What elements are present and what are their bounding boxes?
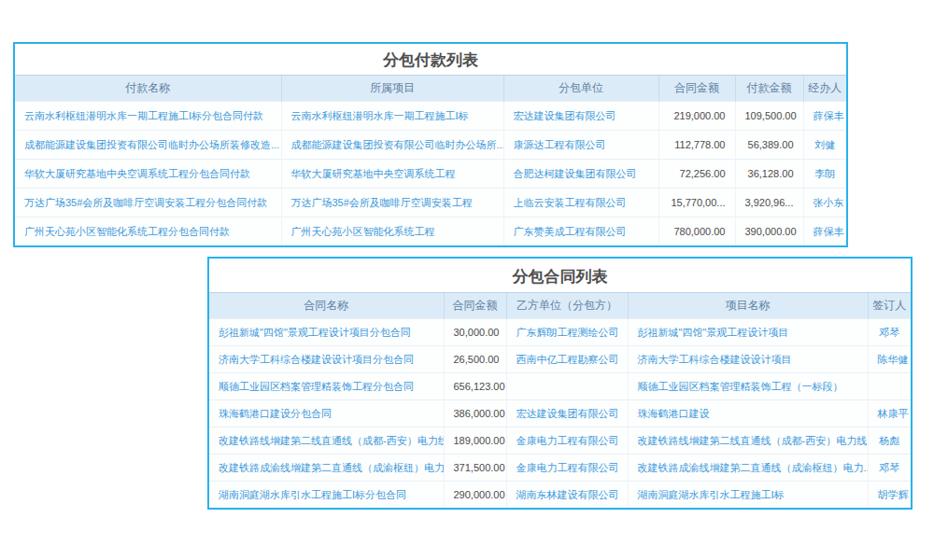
payment-amount-cell: 109,500.00 bbox=[735, 102, 803, 131]
contract-table-title: 分包合同列表 bbox=[209, 259, 911, 292]
handler-link[interactable]: 薛保丰 bbox=[803, 217, 846, 246]
handler-link[interactable]: 薛保丰 bbox=[803, 102, 846, 131]
payment-table: 付款名称 所属项目 分包单位 合同金额 付款金额 经办人 云南水利枢纽潜明水库一… bbox=[15, 75, 846, 245]
contract-amount-cell: 72,256.00 bbox=[658, 160, 735, 189]
payment-name-link[interactable]: 成都能源建设集团投资有限公司临时办公场所装修改造... bbox=[15, 131, 281, 160]
contract-table-row: 改建铁路成渝线增建第二直通线（成渝枢纽）电力... 371,500.00 金康电… bbox=[209, 455, 911, 482]
contract-amount-cell: 26,500.00 bbox=[444, 346, 506, 373]
contract-amount-cell: 219,000.00 bbox=[658, 102, 735, 131]
payment-name-link[interactable]: 广州天心苑小区智能化系统工程分包合同付款 bbox=[15, 217, 281, 246]
project-name-link[interactable]: 济南大学工科综合楼建设设计项目 bbox=[628, 346, 868, 373]
column-header-contract-amount: 合同金额 bbox=[658, 76, 735, 102]
party-b-link[interactable] bbox=[506, 373, 628, 400]
column-header-contract-amount: 合同金额 bbox=[444, 293, 506, 319]
payment-table-title: 分包付款列表 bbox=[15, 44, 846, 75]
contract-amount-cell: 290,000.00 bbox=[444, 482, 506, 509]
project-link[interactable]: 云南水利枢纽潜明水库一期工程施工I标 bbox=[281, 102, 503, 131]
contract-amount-cell: 112,778.00 bbox=[658, 131, 735, 160]
payment-table-header-row: 付款名称 所属项目 分包单位 合同金额 付款金额 经办人 bbox=[15, 76, 846, 102]
contract-amount-cell: 30,000.00 bbox=[444, 319, 506, 346]
contract-name-link[interactable]: 珠海鹤港口建设分包合同 bbox=[209, 400, 444, 427]
payment-table-row: 广州天心苑小区智能化系统工程分包合同付款 广州天心苑小区智能化系统工程 广东赞美… bbox=[15, 217, 846, 246]
contract-table-header-row: 合同名称 合同金额 乙方单位（分包方） 项目名称 签订人 bbox=[209, 293, 911, 319]
handler-link[interactable]: 李朗 bbox=[803, 160, 846, 189]
column-header-subcontract-unit: 分包单位 bbox=[503, 76, 658, 102]
signer-link[interactable] bbox=[868, 373, 911, 400]
payment-amount-cell: 3,920,96... bbox=[735, 189, 803, 217]
project-name-link[interactable]: 改建铁路线增建第二线直通线（成都-西安）电力线... bbox=[628, 427, 868, 455]
subcontract-unit-link[interactable]: 合肥达柯建设集团有限公司 bbox=[503, 160, 658, 189]
payment-name-link[interactable]: 云南水利枢纽潜明水库一期工程施工I标分包合同付款 bbox=[15, 102, 281, 131]
contract-amount-cell: 15,770,00... bbox=[658, 189, 735, 217]
subcontract-unit-link[interactable]: 康源达工程有限公司 bbox=[503, 131, 658, 160]
contract-table-row: 济南大学工科综合楼建设设计项目分包合同 26,500.00 西南中亿工程勘察公司… bbox=[209, 346, 911, 373]
contract-table-row: 改建铁路线增建第二线直通线（成都-西安）电力线... 189,000.00 金康… bbox=[209, 427, 911, 455]
column-header-payment-name: 付款名称 bbox=[15, 76, 281, 102]
subcontract-unit-link[interactable]: 上临云安装工程有限公司 bbox=[503, 189, 658, 217]
party-b-link[interactable]: 金康电力工程有限公司 bbox=[506, 427, 628, 455]
payment-table-row: 万达广场35#会所及咖啡厅空调安装工程分包合同付款 万达广场35#会所及咖啡厅空… bbox=[15, 189, 846, 217]
project-link[interactable]: 万达广场35#会所及咖啡厅空调安装工程 bbox=[281, 189, 503, 217]
column-header-project-name: 项目名称 bbox=[628, 293, 868, 319]
column-header-party-b: 乙方单位（分包方） bbox=[506, 293, 628, 319]
contract-name-link[interactable]: 改建铁路成渝线增建第二直通线（成渝枢纽）电力... bbox=[209, 455, 444, 482]
contract-name-link[interactable]: 改建铁路线增建第二线直通线（成都-西安）电力线... bbox=[209, 427, 444, 455]
subcontract-unit-link[interactable]: 广东赞美成工程有限公司 bbox=[503, 217, 658, 246]
signer-link[interactable]: 杨彪 bbox=[868, 427, 911, 455]
project-name-link[interactable]: 改建铁路成渝线增建第二直通线（成渝枢纽）电力... bbox=[628, 455, 868, 482]
party-b-link[interactable]: 西南中亿工程勘察公司 bbox=[506, 346, 628, 373]
party-b-link[interactable]: 广东辉朗工程测绘公司 bbox=[506, 319, 628, 346]
column-header-signer: 签订人 bbox=[868, 293, 911, 319]
payment-amount-cell: 36,128.00 bbox=[735, 160, 803, 189]
signer-link[interactable]: 林康平 bbox=[868, 400, 911, 427]
project-link[interactable]: 成都能源建设集团投资有限公司临时办公场所... bbox=[281, 131, 503, 160]
payment-table-row: 华软大厦研究基地中央空调系统工程分包合同付款 华软大厦研究基地中央空调系统工程 … bbox=[15, 160, 846, 189]
signer-link[interactable]: 邓琴 bbox=[868, 455, 911, 482]
project-name-link[interactable]: 顺德工业园区档案管理精装饰工程（一标段） bbox=[628, 373, 868, 400]
payment-table-row: 成都能源建设集团投资有限公司临时办公场所装修改造... 成都能源建设集团投资有限… bbox=[15, 131, 846, 160]
column-header-contract-name: 合同名称 bbox=[209, 293, 444, 319]
signer-link[interactable]: 陈华健 bbox=[868, 346, 911, 373]
project-link[interactable]: 华软大厦研究基地中央空调系统工程 bbox=[281, 160, 503, 189]
column-header-project: 所属项目 bbox=[281, 76, 503, 102]
contract-table-row: 珠海鹤港口建设分包合同 386,000.00 宏达建设集团有限公司 珠海鹤港口建… bbox=[209, 400, 911, 427]
payment-name-link[interactable]: 万达广场35#会所及咖啡厅空调安装工程分包合同付款 bbox=[15, 189, 281, 217]
contract-name-link[interactable]: 彭祖新城"四馆"景观工程设计项目分包合同 bbox=[209, 319, 444, 346]
payment-amount-cell: 390,000.00 bbox=[735, 217, 803, 246]
subcontract-payment-card: 分包付款列表 付款名称 所属项目 分包单位 合同金额 付款金额 经办人 云南水利… bbox=[13, 42, 848, 247]
contract-table-row: 顺德工业园区档案管理精装饰工程分包合同 656,123.00 顺德工业园区档案管… bbox=[209, 373, 911, 400]
project-name-link[interactable]: 珠海鹤港口建设 bbox=[628, 400, 868, 427]
column-header-handler: 经办人 bbox=[803, 76, 846, 102]
subcontract-contract-card: 分包合同列表 合同名称 合同金额 乙方单位（分包方） 项目名称 签订人 彭祖新城… bbox=[207, 257, 913, 510]
signer-link[interactable]: 邓琴 bbox=[868, 319, 911, 346]
contract-name-link[interactable]: 济南大学工科综合楼建设设计项目分包合同 bbox=[209, 346, 444, 373]
party-b-link[interactable]: 金康电力工程有限公司 bbox=[506, 455, 628, 482]
contract-amount-cell: 386,000.00 bbox=[444, 400, 506, 427]
subcontract-unit-link[interactable]: 宏达建设集团有限公司 bbox=[503, 102, 658, 131]
handler-link[interactable]: 张小东 bbox=[803, 189, 846, 217]
contract-table-row: 彭祖新城"四馆"景观工程设计项目分包合同 30,000.00 广东辉朗工程测绘公… bbox=[209, 319, 911, 346]
contract-name-link[interactable]: 顺德工业园区档案管理精装饰工程分包合同 bbox=[209, 373, 444, 400]
party-b-link[interactable]: 湖南东林建设有限公司 bbox=[506, 482, 628, 509]
contract-table: 合同名称 合同金额 乙方单位（分包方） 项目名称 签订人 彭祖新城"四馆"景观工… bbox=[209, 292, 911, 508]
contract-amount-cell: 656,123.00 bbox=[444, 373, 506, 400]
payment-name-link[interactable]: 华软大厦研究基地中央空调系统工程分包合同付款 bbox=[15, 160, 281, 189]
contract-amount-cell: 780,000.00 bbox=[658, 217, 735, 246]
project-name-link[interactable]: 彭祖新城"四馆"景观工程设计项目 bbox=[628, 319, 868, 346]
project-name-link[interactable]: 湖南洞庭湖水库引水工程施工I标 bbox=[628, 482, 868, 509]
payment-table-row: 云南水利枢纽潜明水库一期工程施工I标分包合同付款 云南水利枢纽潜明水库一期工程施… bbox=[15, 102, 846, 131]
party-b-link[interactable]: 宏达建设集团有限公司 bbox=[506, 400, 628, 427]
handler-link[interactable]: 刘健 bbox=[803, 131, 846, 160]
contract-table-row: 湖南洞庭湖水库引水工程施工I标分包合同 290,000.00 湖南东林建设有限公… bbox=[209, 482, 911, 509]
signer-link[interactable]: 胡学辉 bbox=[868, 482, 911, 509]
project-link[interactable]: 广州天心苑小区智能化系统工程 bbox=[281, 217, 503, 246]
contract-amount-cell: 189,000.00 bbox=[444, 427, 506, 455]
payment-amount-cell: 56,389.00 bbox=[735, 131, 803, 160]
contract-amount-cell: 371,500.00 bbox=[444, 455, 506, 482]
contract-name-link[interactable]: 湖南洞庭湖水库引水工程施工I标分包合同 bbox=[209, 482, 444, 509]
column-header-payment-amount: 付款金额 bbox=[735, 76, 803, 102]
